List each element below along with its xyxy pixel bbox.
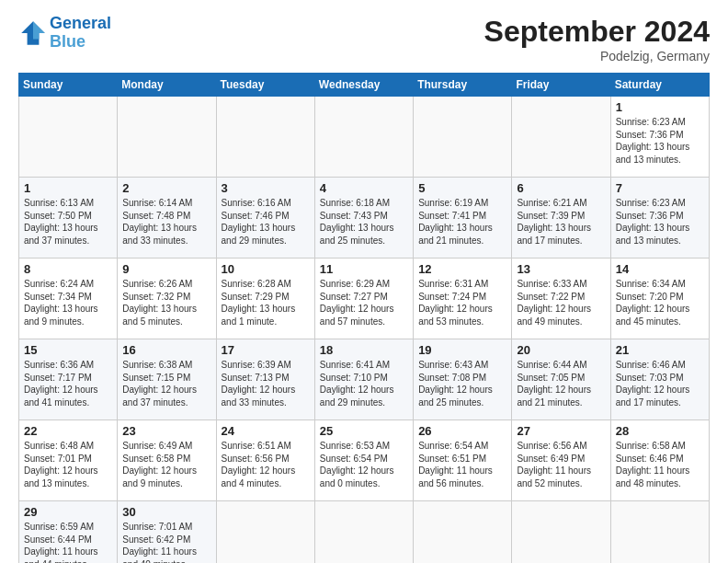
day-info: Sunrise: 7:01 AMSunset: 6:42 PMDaylight:… — [122, 521, 210, 563]
calendar-cell: 5Sunrise: 6:19 AMSunset: 7:41 PMDaylight… — [414, 178, 512, 259]
weekday-header: Friday — [512, 74, 610, 97]
calendar-cell: 23Sunrise: 6:49 AMSunset: 6:58 PMDayligh… — [118, 420, 216, 501]
day-number: 9 — [122, 262, 210, 276]
day-info: Sunrise: 6:44 AMSunset: 7:05 PMDaylight:… — [517, 359, 605, 408]
day-info: Sunrise: 6:54 AMSunset: 6:51 PMDaylight:… — [418, 440, 506, 489]
calendar-cell: 9Sunrise: 6:26 AMSunset: 7:32 PMDaylight… — [118, 259, 216, 339]
day-number: 30 — [122, 505, 210, 519]
calendar-cell: 10Sunrise: 6:28 AMSunset: 7:29 PMDayligh… — [216, 259, 314, 339]
day-info: Sunrise: 6:23 AMSunset: 7:36 PMDaylight:… — [616, 116, 704, 166]
day-info: Sunrise: 6:26 AMSunset: 7:32 PMDaylight:… — [122, 278, 210, 327]
calendar-cell: 8Sunrise: 6:24 AMSunset: 7:34 PMDaylight… — [19, 259, 118, 339]
day-number: 1 — [24, 181, 112, 195]
day-number: 1 — [616, 100, 704, 114]
weekday-header: Saturday — [610, 74, 709, 97]
calendar-cell — [512, 501, 610, 564]
day-info: Sunrise: 6:59 AMSunset: 6:44 PMDaylight:… — [24, 521, 112, 563]
calendar-cell: 13Sunrise: 6:33 AMSunset: 7:22 PMDayligh… — [512, 259, 610, 339]
day-info: Sunrise: 6:21 AMSunset: 7:39 PMDaylight:… — [517, 197, 605, 247]
calendar-cell: 21Sunrise: 6:46 AMSunset: 7:03 PMDayligh… — [610, 339, 709, 420]
calendar-cell — [512, 97, 610, 178]
logo-icon — [18, 18, 48, 48]
calendar-cell: 24Sunrise: 6:51 AMSunset: 6:56 PMDayligh… — [216, 420, 314, 501]
day-number: 5 — [418, 181, 506, 195]
svg-marker-1 — [33, 21, 45, 39]
calendar-cell — [118, 97, 216, 178]
day-number: 2 — [122, 181, 210, 195]
calendar-cell: 4Sunrise: 6:18 AMSunset: 7:43 PMDaylight… — [314, 178, 413, 259]
calendar-cell: 28Sunrise: 6:58 AMSunset: 6:46 PMDayligh… — [610, 420, 709, 501]
weekday-header: Wednesday — [314, 74, 413, 97]
day-number: 27 — [517, 424, 605, 438]
day-info: Sunrise: 6:31 AMSunset: 7:24 PMDaylight:… — [418, 278, 506, 327]
weekday-header: Thursday — [414, 74, 512, 97]
calendar-cell — [314, 501, 413, 564]
day-number: 16 — [122, 343, 210, 357]
day-info: Sunrise: 6:46 AMSunset: 7:03 PMDaylight:… — [616, 359, 704, 408]
day-number: 18 — [320, 343, 408, 357]
calendar-cell: 1Sunrise: 6:13 AMSunset: 7:50 PMDaylight… — [19, 178, 118, 259]
calendar-cell: 19Sunrise: 6:43 AMSunset: 7:08 PMDayligh… — [414, 339, 512, 420]
calendar-cell — [314, 97, 413, 178]
day-number: 17 — [222, 343, 310, 357]
day-info: Sunrise: 6:13 AMSunset: 7:50 PMDaylight:… — [24, 197, 112, 247]
day-info: Sunrise: 6:14 AMSunset: 7:48 PMDaylight:… — [122, 197, 210, 247]
header: General Blue September 2024 Podelzig, Ge… — [18, 15, 710, 63]
day-info: Sunrise: 6:51 AMSunset: 6:56 PMDaylight:… — [222, 440, 310, 489]
day-info: Sunrise: 6:23 AMSunset: 7:36 PMDaylight:… — [616, 197, 704, 247]
day-number: 29 — [24, 505, 112, 519]
calendar-cell: 1Sunrise: 6:23 AMSunset: 7:36 PMDaylight… — [610, 97, 709, 178]
calendar-cell: 17Sunrise: 6:39 AMSunset: 7:13 PMDayligh… — [216, 339, 314, 420]
logo-text: General Blue — [50, 15, 111, 52]
day-info: Sunrise: 6:48 AMSunset: 7:01 PMDaylight:… — [24, 440, 112, 489]
calendar-cell: 26Sunrise: 6:54 AMSunset: 6:51 PMDayligh… — [414, 420, 512, 501]
day-number: 28 — [616, 424, 704, 438]
calendar-cell: 6Sunrise: 6:21 AMSunset: 7:39 PMDaylight… — [512, 178, 610, 259]
calendar-cell: 20Sunrise: 6:44 AMSunset: 7:05 PMDayligh… — [512, 339, 610, 420]
location: Podelzig, Germany — [484, 49, 710, 63]
day-number: 4 — [320, 181, 408, 195]
day-info: Sunrise: 6:28 AMSunset: 7:29 PMDaylight:… — [222, 278, 310, 327]
day-number: 12 — [418, 262, 506, 276]
day-number: 22 — [24, 424, 112, 438]
calendar-cell: 7Sunrise: 6:23 AMSunset: 7:36 PMDaylight… — [610, 178, 709, 259]
calendar-cell — [414, 501, 512, 564]
weekday-header: Tuesday — [216, 74, 314, 97]
page: General Blue September 2024 Podelzig, Ge… — [0, 0, 728, 563]
day-number: 19 — [418, 343, 506, 357]
day-info: Sunrise: 6:38 AMSunset: 7:15 PMDaylight:… — [122, 359, 210, 408]
day-info: Sunrise: 6:34 AMSunset: 7:20 PMDaylight:… — [616, 278, 704, 327]
calendar-cell: 11Sunrise: 6:29 AMSunset: 7:27 PMDayligh… — [314, 259, 413, 339]
calendar-table: SundayMondayTuesdayWednesdayThursdayFrid… — [18, 73, 710, 563]
title-block: September 2024 Podelzig, Germany — [484, 15, 710, 63]
day-info: Sunrise: 6:49 AMSunset: 6:58 PMDaylight:… — [122, 440, 210, 489]
weekday-header: Sunday — [19, 74, 118, 97]
day-number: 20 — [517, 343, 605, 357]
day-number: 15 — [24, 343, 112, 357]
day-info: Sunrise: 6:53 AMSunset: 6:54 PMDaylight:… — [320, 440, 408, 489]
day-number: 24 — [222, 424, 310, 438]
calendar-body: 1Sunrise: 6:23 AMSunset: 7:36 PMDaylight… — [19, 97, 710, 564]
day-info: Sunrise: 6:56 AMSunset: 6:49 PMDaylight:… — [517, 440, 605, 489]
day-number: 7 — [616, 181, 704, 195]
calendar-cell: 25Sunrise: 6:53 AMSunset: 6:54 PMDayligh… — [314, 420, 413, 501]
calendar-cell: 30Sunrise: 7:01 AMSunset: 6:42 PMDayligh… — [118, 501, 216, 564]
day-number: 26 — [418, 424, 506, 438]
day-number: 14 — [616, 262, 704, 276]
calendar-cell: 22Sunrise: 6:48 AMSunset: 7:01 PMDayligh… — [19, 420, 118, 501]
calendar-cell: 16Sunrise: 6:38 AMSunset: 7:15 PMDayligh… — [118, 339, 216, 420]
day-info: Sunrise: 6:41 AMSunset: 7:10 PMDaylight:… — [320, 359, 408, 408]
day-number: 3 — [222, 181, 310, 195]
calendar-cell: 2Sunrise: 6:14 AMSunset: 7:48 PMDaylight… — [118, 178, 216, 259]
day-number: 10 — [222, 262, 310, 276]
day-info: Sunrise: 6:16 AMSunset: 7:46 PMDaylight:… — [222, 197, 310, 247]
day-info: Sunrise: 6:39 AMSunset: 7:13 PMDaylight:… — [222, 359, 310, 408]
day-number: 11 — [320, 262, 408, 276]
day-info: Sunrise: 6:58 AMSunset: 6:46 PMDaylight:… — [616, 440, 704, 489]
logo: General Blue — [18, 15, 111, 52]
day-number: 25 — [320, 424, 408, 438]
day-number: 8 — [24, 262, 112, 276]
calendar-cell: 29Sunrise: 6:59 AMSunset: 6:44 PMDayligh… — [19, 501, 118, 564]
calendar-cell: 14Sunrise: 6:34 AMSunset: 7:20 PMDayligh… — [610, 259, 709, 339]
day-number: 23 — [122, 424, 210, 438]
